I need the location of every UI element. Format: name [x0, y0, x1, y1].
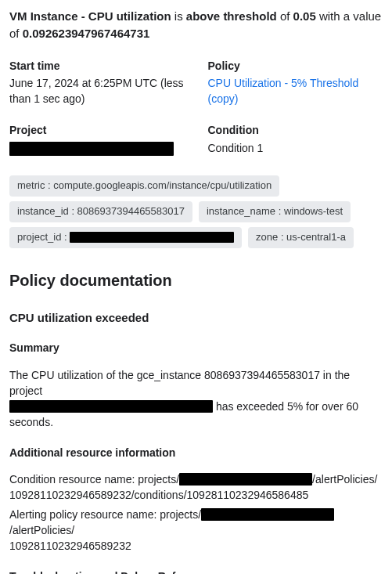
project-label: Project — [9, 122, 185, 138]
chip-instance-id: instance_id : 8086937394465583017 — [9, 201, 192, 222]
start-time-value: June 17, 2024 at 6:25PM UTC (less than 1… — [9, 75, 185, 107]
meta-grid: Start time June 17, 2024 at 6:25PM UTC (… — [9, 58, 383, 156]
chip-project-id: project_id : — [9, 227, 242, 248]
policy-label: Policy — [208, 58, 383, 74]
condition-label: Condition — [208, 122, 383, 138]
chip-metric: metric : compute.googleapis.com/instance… — [9, 175, 279, 197]
addl-heading: Additional resource information — [9, 445, 383, 460]
policy-block: Policy CPU Utilization - 5% Threshold (c… — [208, 58, 383, 107]
label-chips: metric : compute.googleapis.com/instance… — [9, 173, 383, 251]
alert-state: above threshold — [186, 9, 277, 23]
start-time-label: Start time — [9, 58, 185, 74]
chip-instance-name: instance_name : windows-test — [199, 201, 351, 222]
condition-value: Condition 1 — [208, 140, 383, 156]
summary-text: The CPU utilization of the gce_instance … — [9, 367, 383, 431]
policy-resource-line: Alerting policy resource name: projects/… — [9, 507, 383, 554]
project-value — [9, 140, 185, 156]
condition-block: Condition Condition 1 — [208, 122, 383, 156]
alert-metric: VM Instance - CPU utilization — [9, 9, 171, 23]
alert-value: 0.092623947967464731 — [23, 27, 150, 40]
alert-threshold: 0.05 — [293, 9, 316, 23]
alert-title: VM Instance - CPU utilization is above t… — [9, 8, 383, 42]
condition-resource-line: Condition resource name: projects//alert… — [9, 471, 383, 504]
doc-subheading: CPU utilization exceeded — [9, 309, 383, 327]
project-block: Project — [9, 122, 185, 156]
policy-link[interactable]: CPU Utilization - 5% Threshold (copy) — [208, 77, 359, 105]
start-time-block: Start time June 17, 2024 at 6:25PM UTC (… — [9, 58, 185, 107]
doc-heading: Policy documentation — [9, 269, 383, 292]
summary-heading: Summary — [9, 340, 383, 356]
troubleshoot-heading: Troubleshooting and Debug References — [9, 569, 383, 574]
chip-zone: zone : us-central1-a — [248, 227, 354, 248]
